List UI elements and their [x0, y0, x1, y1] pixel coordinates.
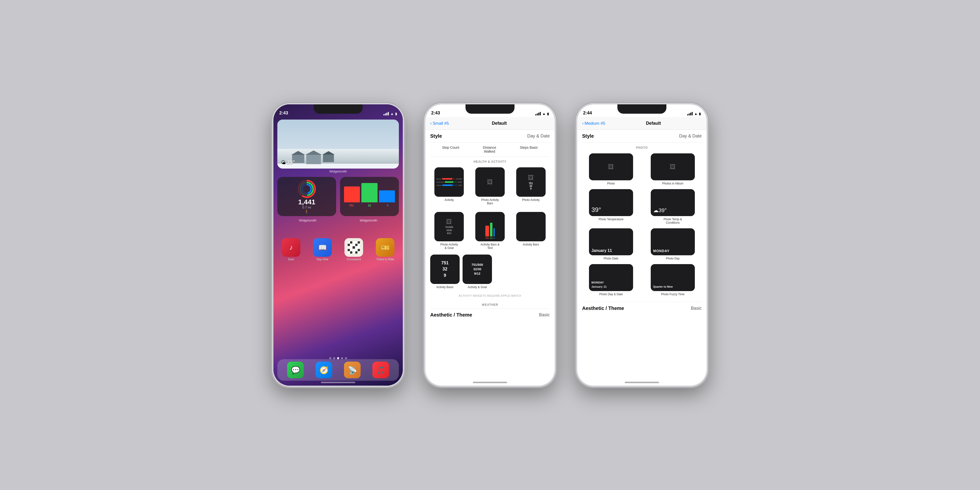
soor-label: Soor: [288, 258, 294, 261]
widget-photo-day[interactable]: MONDAY Photo Day: [644, 228, 702, 260]
photo-icon-w2: 🖼: [670, 164, 676, 170]
widget-thumb-photo: 🖼: [589, 153, 633, 180]
battery-icon-phone1: ▮: [395, 112, 397, 116]
aesthetic-label-phone3: Aesthetic / Theme: [582, 305, 624, 311]
widget-activity-bars-text[interactable]: 751 32 9: [471, 212, 509, 250]
aesthetic-value-phone3: Basic: [691, 306, 702, 311]
widget-activity-bars[interactable]: Activity Bars: [512, 212, 550, 250]
bars-widget[interactable]: 751 32 9: [340, 177, 399, 216]
dayone-label: Day One: [317, 258, 328, 261]
widget-activity[interactable]: Move 751/500 Exercise 32/30: [430, 167, 468, 205]
wifi-icon-phone3: ▲: [694, 112, 697, 116]
style-row-phone3[interactable]: Style Day & Date: [582, 130, 702, 143]
style-value-phone2: Day & Date: [527, 134, 550, 139]
photo-content: [277, 119, 399, 169]
photo-sky: [277, 119, 399, 149]
section-health-activity: HEALTH & ACTIVITY: [430, 157, 550, 165]
option-distance[interactable]: DistanceWalked: [483, 146, 496, 153]
status-icons-phone1: ▲ ▮: [383, 112, 397, 116]
options-row-phone2: Step Count DistanceWalked Steps Basic: [430, 143, 550, 157]
style-row-phone2[interactable]: Style Day & Date: [430, 130, 550, 143]
aesthetic-row-phone2[interactable]: Aesthetic / Theme Basic: [430, 309, 550, 319]
widget-photos-album-label: Photos in Album: [662, 182, 684, 185]
widget-photo-activity-goal[interactable]: 🖼 751/50032/309/12 Photo Activity& Goal: [430, 212, 468, 250]
widget-photo-activity-label: Photo Activity: [522, 198, 540, 202]
widget-photo-label: Photo: [607, 182, 615, 185]
photo-snow-ground: [277, 164, 399, 169]
dayone-icon: 📖: [313, 238, 332, 257]
widget-activity-basic[interactable]: 751329 Activity Basic: [430, 255, 460, 289]
widget-photo[interactable]: 🖼 Photo: [582, 153, 640, 185]
widget-thumb-photo-day-date: MONDAYJanuary 11: [589, 264, 633, 291]
widget-photo-date[interactable]: January 11 Photo Date: [582, 228, 640, 260]
widget-thumb-photo-day: MONDAY: [651, 228, 695, 255]
phone-1: 2:43 ▲ ▮: [272, 103, 404, 387]
photo-icon-w1: 🖼: [608, 164, 614, 170]
widget-photo-fuzzy-time[interactable]: Quarter to Nine Photo Fuzzy Time: [644, 264, 702, 296]
steps-widget[interactable]: 1,441 0.7 mi 🚶: [277, 177, 336, 216]
nav-back-label-phone2: Small #5: [433, 121, 449, 126]
day-date-display-w7: MONDAYJanuary 11: [592, 280, 607, 289]
widget-photo-temp-conditions[interactable]: ☁39° Photo Temp &Conditions: [644, 189, 702, 224]
crossword-icon: [344, 238, 363, 257]
nav-bar-phone3: ‹ Medium #5 Default: [577, 117, 706, 130]
nav-bar-phone2: ‹ Small #5 Default: [425, 117, 555, 130]
aesthetic-row-phone3[interactable]: Aesthetic / Theme Basic: [582, 302, 702, 312]
messages-dock-icon[interactable]: 💬: [287, 362, 304, 378]
widget-thumb-photos-album: 🖼: [651, 153, 695, 180]
widget-activity-goal[interactable]: 751/50032/309/12 Activity & Goal: [463, 255, 492, 289]
widget-thumb-photo-activity-goal: 🖼 751/50032/309/12: [434, 212, 464, 241]
widget-thumb-activity-basic: 751329: [430, 255, 460, 284]
bars-numbers: 751 32 9: [343, 204, 396, 207]
ticket-label: Ticket to Ride: [376, 258, 394, 261]
widget-photo-activity-bars[interactable]: 🖼 Photo ActivityBars: [471, 167, 509, 205]
walk-icon: 🚶: [304, 209, 309, 214]
battery-icon-phone2: ▮: [547, 112, 549, 116]
widget-photo-day-date[interactable]: MONDAYJanuary 11 Photo Day & Date: [582, 264, 640, 296]
widget-thumb-activity-goal: 751/50032/309/12: [463, 255, 492, 284]
style-value-phone3: Day & Date: [679, 134, 702, 139]
status-icons-phone3: ▲ ▮: [687, 112, 701, 116]
widget-thumb-photo-date: January 11: [589, 228, 633, 255]
home-indicator-phone1: [321, 382, 355, 383]
nav-back-phone2[interactable]: ‹ Small #5: [430, 121, 449, 126]
widget-grid-row3: 751329 Activity Basic 751/50032/309/12 A…: [430, 251, 550, 292]
weather-badge: 🌤 39°: [281, 159, 295, 165]
notch-phone2: [466, 104, 514, 114]
bars-chart: [343, 180, 396, 202]
music-dock-icon[interactable]: 🎵: [372, 362, 389, 378]
widget-thumb-photo-temp: 39°: [589, 189, 633, 216]
notch-phone1: [313, 104, 363, 114]
widget-photo-day-date-label: Photo Day & Date: [599, 293, 623, 296]
phone2-screen: 2:43 ▲ ▮ ‹: [425, 104, 555, 386]
bar-exercise: [361, 183, 377, 202]
nav-back-phone3[interactable]: ‹ Medium #5: [582, 121, 605, 126]
option-steps-basic[interactable]: Steps Basic: [520, 146, 538, 153]
app-content-phone2: Style Day & Date Step Count DistanceWalk…: [425, 130, 555, 386]
battery-icon-phone3: ▮: [699, 112, 701, 116]
option-step-count[interactable]: Step Count: [442, 146, 459, 153]
widget-thumb-photo-temp-cond: ☁39°: [651, 189, 695, 216]
app-soor[interactable]: ♪ Soor: [277, 238, 305, 261]
notch-phone3: [617, 104, 667, 114]
widget-photos-in-album[interactable]: 🖼 Photos in Album: [644, 153, 702, 185]
photo-widget[interactable]: 🌤 39°: [277, 119, 399, 169]
overcast-dock-icon[interactable]: 📡: [344, 362, 361, 378]
wifi-icon-phone2: ▲: [542, 112, 546, 116]
widget-photo-temperature[interactable]: 39° Photo Temperature: [582, 189, 640, 224]
app-ticket-to-ride[interactable]: 🎫 Ticket to Ride: [371, 238, 399, 261]
safari-dock-icon[interactable]: 🧭: [315, 362, 332, 378]
nav-back-label-phone3: Medium #5: [585, 121, 605, 126]
photo-widget-grid: 🖼 Photo 🖼 Photos in Album: [582, 151, 702, 298]
app-dayone[interactable]: 📖 Day One: [309, 238, 336, 261]
app-crossword[interactable]: Crossword: [340, 238, 368, 261]
aesthetic-value-phone2: Basic: [539, 312, 550, 318]
activity-goal-text: 751/50032/309/12: [470, 261, 485, 278]
widget-activity-basic-label: Activity Basic: [436, 285, 454, 289]
app-grid: ♪ Soor 📖 Day One: [277, 238, 399, 261]
photo-widget-area: 🌤 39° Widgetsmith: [277, 119, 399, 173]
widget-photo-day-label: Photo Day: [666, 257, 679, 260]
photo-icon-1: 🖼: [487, 178, 493, 186]
weather-temperature: 39°: [286, 159, 295, 165]
widget-photo-activity[interactable]: 🖼 751329 Photo Activity: [512, 167, 550, 205]
